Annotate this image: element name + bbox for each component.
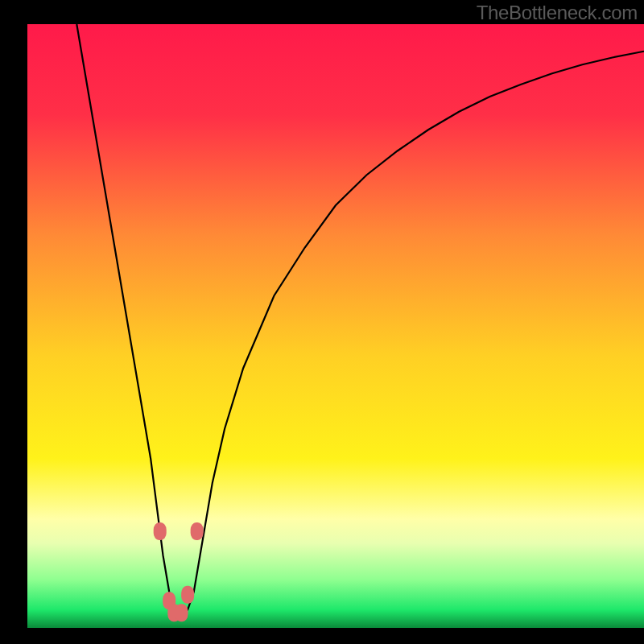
marker-dot [181, 586, 194, 604]
marker-dot [154, 522, 167, 540]
chart-frame: TheBottleneck.com [0, 0, 644, 644]
marker-dot [175, 604, 188, 621]
plot-background [27, 24, 644, 628]
watermark-label: TheBottleneck.com [477, 2, 638, 24]
bottleneck-chart [0, 0, 644, 644]
marker-dot [191, 522, 204, 540]
